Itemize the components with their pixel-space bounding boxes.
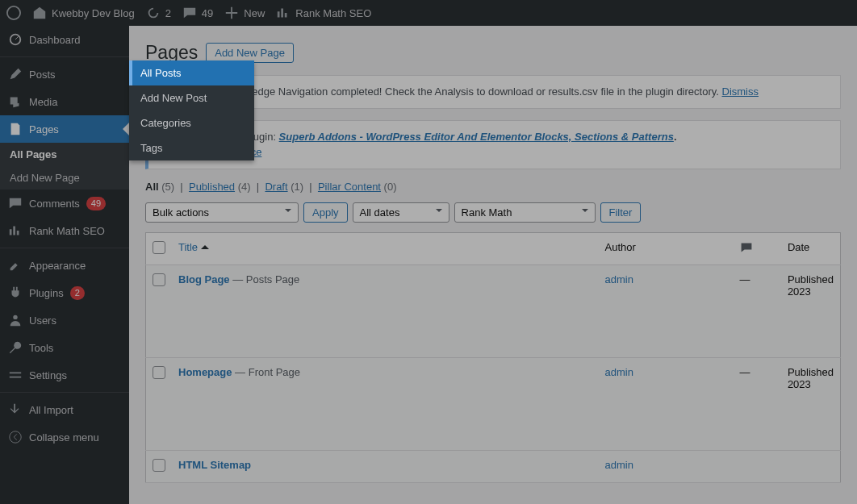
row-author-link[interactable]: admin — [605, 273, 633, 285]
table-row: Blog Page — Posts Pageadmin—Published202… — [146, 264, 841, 357]
sidebar-appearance[interactable]: Appearance — [0, 252, 129, 279]
new-label: New — [244, 7, 265, 19]
row-author-link[interactable]: admin — [605, 459, 633, 471]
bulk-actions-select[interactable]: Bulk actions — [145, 202, 299, 223]
filter-button[interactable]: Filter — [600, 202, 642, 223]
col-title[interactable]: Title — [172, 232, 599, 264]
sidebar-pages[interactable]: Pages — [0, 115, 129, 143]
status-filters: All (5) | Published (4) | Draft (1) | Pi… — [145, 181, 841, 193]
sidebar-posts[interactable]: Posts — [0, 60, 129, 88]
pages-submenu: All Pages Add New Page — [0, 143, 129, 190]
table-row: Homepage — Front Pageadmin—Published2023 — [146, 357, 841, 450]
new-link[interactable]: New — [224, 6, 265, 20]
sidebar-allimport[interactable]: All Import — [0, 396, 129, 423]
filter-draft[interactable]: Draft — [265, 181, 287, 193]
wp-logo[interactable] — [6, 6, 21, 20]
select-all-checkbox[interactable] — [153, 241, 165, 254]
col-date[interactable]: Date — [781, 232, 841, 264]
row-checkbox[interactable] — [153, 459, 165, 472]
row-title-link[interactable]: Blog Page — [178, 273, 230, 285]
rankmath-toolbar[interactable]: Rank Math SEO — [276, 6, 371, 20]
filter-published[interactable]: Published — [189, 181, 235, 193]
comments-badge: 49 — [86, 197, 106, 210]
col-comments[interactable] — [734, 232, 781, 264]
admin-sidebar: Dashboard Posts All Posts Add New Post C… — [0, 26, 129, 504]
flyout-add-new-post[interactable]: Add New Post — [129, 85, 254, 110]
comments-link[interactable]: 49 — [182, 6, 213, 20]
sort-asc-icon — [201, 241, 209, 249]
row-title-link[interactable]: Homepage — [178, 366, 232, 378]
plugins-badge: 2 — [70, 286, 85, 300]
row-author-link[interactable]: admin — [605, 366, 633, 378]
sidebar-tools[interactable]: Tools — [0, 334, 129, 361]
submenu-add-new-page[interactable]: Add New Page — [0, 166, 129, 190]
sidebar-plugins[interactable]: Plugins2 — [0, 279, 129, 306]
svg-point-2 — [13, 315, 17, 319]
admin-toolbar: Kwebby Dev Blog 2 49 New Rank Math SEO — [0, 0, 857, 26]
svg-point-0 — [7, 6, 20, 19]
sidebar-dashboard[interactable]: Dashboard — [0, 26, 129, 53]
svg-point-3 — [10, 431, 21, 443]
apply-button[interactable]: Apply — [303, 202, 348, 223]
filter-pillar[interactable]: Pillar Content — [318, 181, 381, 193]
site-name: Kwebby Dev Blog — [52, 7, 135, 19]
sidebar-collapse[interactable]: Collapse menu — [0, 423, 129, 451]
sidebar-comments[interactable]: Comments49 — [0, 190, 129, 217]
sidebar-settings[interactable]: Settings — [0, 361, 129, 389]
superb-addons-link[interactable]: Superb Addons - WordPress Editor And Ele… — [279, 131, 674, 143]
row-date — [781, 450, 841, 482]
notice1-dismiss-link[interactable]: Dismiss — [722, 85, 759, 98]
comments-count: 49 — [202, 7, 213, 19]
table-row: HTML Sitemapadmin — [146, 450, 841, 482]
flyout-tags[interactable]: Tags — [129, 135, 254, 160]
pages-table: Title Author Date Blog Page — Posts Page… — [145, 232, 841, 483]
row-title-link[interactable]: HTML Sitemap — [178, 459, 251, 471]
dates-select[interactable]: All dates — [353, 202, 449, 223]
row-checkbox[interactable] — [153, 366, 165, 379]
posts-flyout: All Posts Add New Post Categories Tags — [129, 60, 254, 160]
sidebar-media[interactable]: Media — [0, 88, 129, 115]
site-link[interactable]: Kwebby Dev Blog — [32, 6, 135, 20]
flyout-all-posts[interactable]: All Posts — [129, 60, 254, 85]
rankmath-select[interactable]: Rank Math — [454, 202, 596, 223]
flyout-categories[interactable]: Categories — [129, 110, 254, 135]
row-comments: — — [734, 264, 781, 357]
submenu-all-pages[interactable]: All Pages — [0, 143, 129, 166]
sidebar-users[interactable]: Users — [0, 306, 129, 334]
updates-link[interactable]: 2 — [146, 6, 171, 20]
row-checkbox[interactable] — [153, 273, 165, 286]
updates-count: 2 — [165, 7, 171, 19]
row-date: Published2023 — [781, 357, 841, 450]
filter-all[interactable]: All — [145, 181, 159, 193]
rankmath-label: Rank Math SEO — [295, 7, 371, 19]
row-date: Published2023 — [781, 264, 841, 357]
row-comments — [734, 450, 781, 482]
row-comments: — — [734, 357, 781, 450]
sidebar-rankmath[interactable]: Rank Math SEO — [0, 217, 129, 244]
col-author: Author — [599, 232, 734, 264]
bulk-controls: Bulk actions Apply All dates Rank Math F… — [145, 202, 841, 223]
